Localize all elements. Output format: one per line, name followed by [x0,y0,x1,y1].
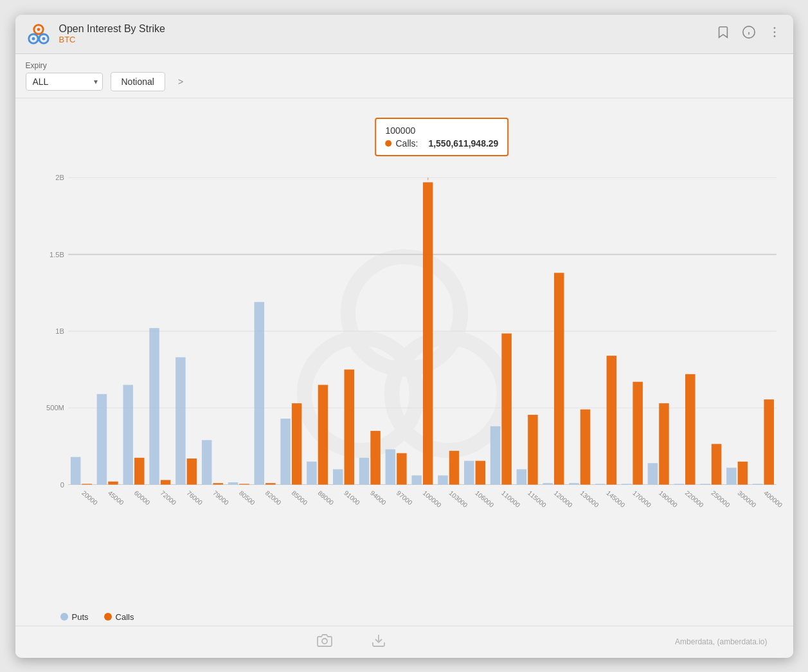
svg-rect-103 [737,461,748,484]
titlebar-text: Open Interest By Strike BTC [59,23,707,44]
notional-button[interactable]: Notional [111,72,165,91]
svg-rect-48 [265,483,276,484]
more-options-button[interactable] [766,24,783,44]
svg-rect-106 [764,399,774,484]
svg-rect-26 [70,457,80,484]
svg-rect-51 [291,403,301,484]
svg-text:91000: 91000 [343,489,361,506]
svg-text:100000: 100000 [421,489,442,508]
svg-rect-76 [501,333,512,484]
svg-text:94000: 94000 [369,489,388,506]
svg-text:110000: 110000 [500,489,521,508]
svg-rect-99 [700,484,710,484]
expiry-label: Expiry [26,61,103,70]
legend-puts: Puts [60,612,89,622]
svg-rect-44 [228,482,238,485]
expand-button[interactable]: > [173,74,188,89]
svg-rect-73 [475,460,485,484]
svg-text:1B: 1B [55,327,64,335]
calls-label: Calls [116,612,134,622]
svg-text:85000: 85000 [290,489,309,506]
svg-rect-54 [318,385,328,484]
svg-text:79000: 79000 [211,489,230,506]
svg-rect-56 [332,469,343,484]
svg-rect-66 [422,182,433,484]
svg-text:60000: 60000 [132,489,151,506]
svg-rect-84 [569,483,579,484]
puts-label: Puts [72,612,89,622]
chart-legend: Puts Calls [15,606,793,626]
svg-rect-57 [344,369,354,484]
svg-rect-47 [254,302,264,484]
svg-rect-29 [96,394,107,484]
puts-dot [60,613,68,621]
svg-text:300000: 300000 [736,489,757,508]
svg-point-9 [773,27,775,29]
svg-text:72000: 72000 [159,489,177,506]
svg-text:97000: 97000 [395,489,413,506]
svg-rect-39 [186,459,197,485]
svg-rect-30 [108,481,118,484]
svg-rect-72 [464,460,474,484]
svg-rect-42 [213,483,223,484]
svg-text:80500: 80500 [237,489,256,506]
svg-text:82000: 82000 [264,489,282,506]
footer: Amberdata, (amberdata.io) [15,626,793,658]
footer-credit: Amberdata, (amberdata.io) [675,637,767,646]
svg-rect-62 [385,449,395,484]
svg-point-10 [773,32,775,33]
chart-container: 100000 Calls: 1,550,611,948.29 0500M1B1.… [15,98,793,606]
svg-rect-50 [280,418,291,484]
svg-rect-63 [397,453,407,484]
svg-text:145000: 145000 [605,489,626,508]
legend-calls: Calls [104,612,134,622]
svg-rect-27 [82,484,92,484]
footer-icons [28,633,676,651]
svg-text:76000: 76000 [185,489,204,506]
svg-rect-36 [160,480,170,484]
svg-rect-70 [449,451,459,485]
svg-text:400000: 400000 [762,489,783,508]
svg-rect-79 [528,415,538,485]
svg-text:20000: 20000 [80,489,99,506]
svg-rect-90 [621,484,631,484]
svg-rect-96 [674,484,684,484]
screenshot-button[interactable] [317,633,332,651]
svg-text:170000: 170000 [631,489,652,508]
svg-text:88000: 88000 [316,489,335,506]
download-button[interactable] [371,633,386,651]
svg-rect-105 [752,484,762,484]
svg-rect-38 [175,357,186,484]
expiry-select[interactable]: ALL [26,73,103,91]
info-button[interactable] [741,24,757,44]
chart-svg: 0500M1B1.5B2B200004500060000720007600079… [26,109,783,599]
svg-rect-65 [411,475,422,484]
app-logo [26,21,51,47]
window-subtitle: BTC [59,35,707,44]
svg-text:120000: 120000 [552,489,573,508]
svg-text:500M: 500M [46,404,64,412]
svg-text:103000: 103000 [447,489,469,508]
toolbar: Expiry ALL Notional > [15,54,793,98]
svg-text:190000: 190000 [657,489,678,508]
svg-rect-59 [359,457,369,484]
svg-text:106000: 106000 [474,489,495,508]
svg-rect-93 [647,463,658,484]
svg-rect-45 [239,484,249,484]
svg-text:220000: 220000 [683,489,705,508]
calls-dot [104,613,112,621]
svg-text:0: 0 [60,480,64,488]
svg-rect-94 [659,403,669,484]
svg-rect-60 [370,431,381,485]
svg-point-4 [31,37,35,40]
bookmark-button[interactable] [715,24,732,44]
svg-rect-33 [134,457,145,484]
svg-rect-100 [711,444,721,484]
svg-rect-75 [490,426,500,484]
svg-text:115000: 115000 [526,489,547,508]
svg-rect-102 [726,468,737,484]
titlebar-actions [715,24,783,44]
svg-rect-69 [438,475,448,484]
svg-rect-91 [633,381,643,484]
svg-text:2B: 2B [55,174,64,181]
